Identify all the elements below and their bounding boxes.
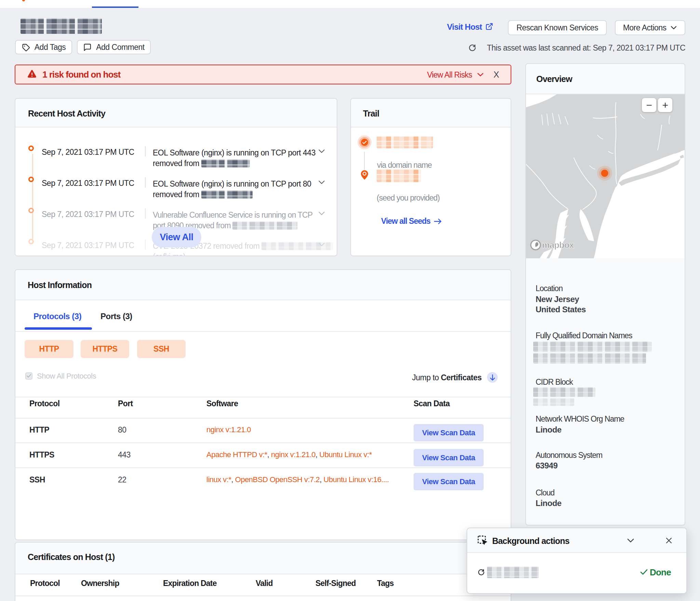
svg-text:mapbox: mapbox [542, 240, 574, 250]
